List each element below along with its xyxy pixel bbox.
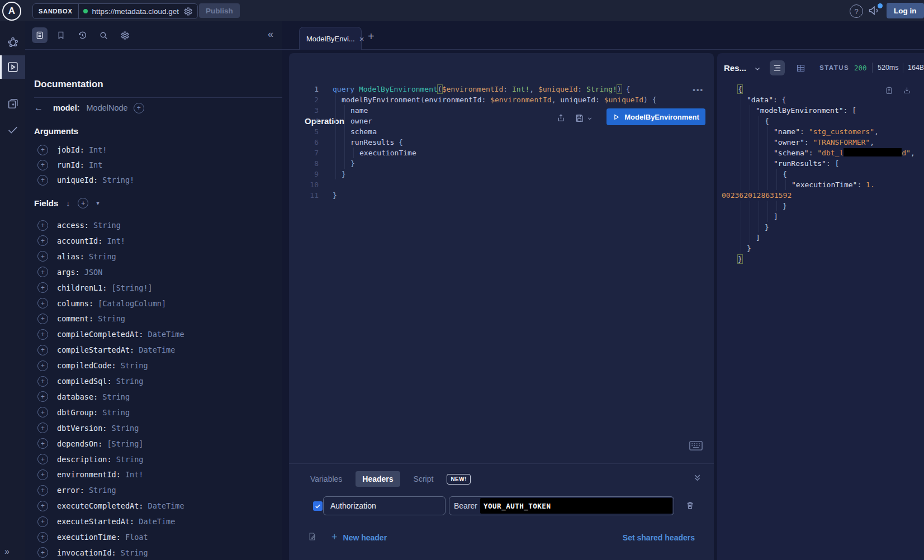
code-content: schema (333, 126, 714, 137)
apollo-sandbox-window: A SANDBOX https://metadata.cloud.get Pub… (0, 0, 924, 560)
indent-guide (741, 201, 741, 211)
add-to-operation-button[interactable]: + (37, 501, 48, 511)
checks-nav-icon[interactable] (0, 118, 25, 141)
sandbox-badge[interactable]: SANDBOX (33, 4, 79, 18)
history-icon[interactable] (74, 27, 90, 43)
field-name: compiledCode: (57, 361, 121, 370)
field-row: +compileStartedAt: DateTime (37, 344, 175, 355)
request-panel-footer: + New header Set shared headers (289, 529, 714, 546)
add-to-operation-button[interactable]: + (37, 532, 48, 543)
expand-rail-icon[interactable]: » (4, 547, 8, 557)
response-dropdown-chevron-icon[interactable] (754, 65, 761, 72)
add-to-operation-button[interactable]: + (37, 298, 48, 309)
code-content: } (333, 169, 714, 179)
add-to-operation-button[interactable]: + (37, 360, 48, 371)
add-to-operation-button[interactable]: + (37, 314, 48, 324)
field-name: args: (57, 268, 84, 277)
delete-header-button[interactable] (685, 500, 695, 510)
add-to-operation-button[interactable]: + (37, 469, 48, 480)
shared-headers-link[interactable]: Set shared headers (623, 533, 695, 542)
arguments-heading: Arguments (34, 126, 78, 136)
field-type: Float (125, 533, 148, 542)
indent-guide (750, 158, 750, 169)
add-to-operation-button[interactable]: + (37, 516, 48, 527)
operation-collections-nav-icon[interactable] (0, 93, 25, 115)
back-arrow-icon[interactable]: ← (34, 103, 48, 113)
documentation-tab-icon[interactable] (32, 27, 48, 43)
line-number: 1 (289, 84, 319, 94)
add-to-operation-button[interactable]: + (37, 251, 48, 262)
add-to-operation-button[interactable]: + (37, 267, 48, 277)
add-to-operation-button[interactable]: + (37, 454, 48, 464)
add-to-operation-button[interactable]: + (37, 391, 48, 402)
collapse-docs-icon[interactable]: « (268, 29, 273, 40)
field-type: [CatalogColumn] (98, 299, 166, 308)
indent-guide (767, 126, 768, 137)
add-to-operation-button[interactable]: + (37, 235, 48, 246)
field-name: environmentId: (57, 470, 125, 479)
field-name: error: (57, 486, 89, 495)
header-value-input[interactable]: Bearer YOUR_AUTH_TOKEN (449, 496, 674, 515)
formatted-view-button[interactable] (770, 60, 785, 75)
add-to-operation-button[interactable]: + (37, 547, 48, 558)
response-json[interactable]: {"data": {"modelByEnvironment": [{"name"… (717, 84, 924, 264)
add-to-operation-button[interactable]: + (37, 485, 48, 496)
field-name: invocationId: (57, 548, 121, 557)
endpoint-settings-gear-icon[interactable] (183, 7, 193, 16)
add-to-operation-button[interactable]: + (37, 407, 48, 417)
sort-fields-icon[interactable]: ↓ (66, 199, 70, 208)
keyboard-shortcuts-icon[interactable] (689, 441, 703, 450)
add-to-operation-button[interactable]: + (37, 376, 48, 387)
add-to-operation-button[interactable]: + (37, 345, 48, 355)
request-tab-variables[interactable]: Variables (305, 471, 348, 487)
json-line: { (717, 169, 924, 179)
code-line: 11} (289, 190, 714, 201)
add-all-fields-button[interactable]: + (78, 198, 88, 208)
add-to-operation-button[interactable]: + (37, 329, 48, 340)
login-button[interactable]: Log in (887, 3, 924, 18)
publish-button[interactable]: Publish (199, 3, 240, 18)
new-header-button[interactable]: + New header (331, 531, 387, 543)
add-to-operation-button[interactable]: + (37, 220, 48, 231)
announcements-megaphone-icon[interactable] (868, 4, 882, 18)
indent-guide (750, 211, 750, 222)
add-to-operation-button[interactable]: + (37, 438, 48, 449)
add-to-operation-button[interactable]: + (37, 145, 48, 155)
tab-title: ModelByEnvi... (306, 35, 355, 43)
breadcrumb-label: model: (53, 103, 80, 112)
field-type: [String!] (112, 283, 153, 292)
breadcrumb-type[interactable]: ModelNode (87, 103, 128, 112)
schema-nav-icon[interactable] (0, 31, 25, 53)
collapse-request-panel-icon[interactable] (693, 473, 702, 482)
table-view-button[interactable] (793, 60, 808, 75)
operation-tab[interactable]: ModelByEnvi... × (299, 27, 362, 50)
explorer-nav-icon[interactable] (0, 55, 25, 79)
request-tab-headers[interactable]: Headers (356, 471, 400, 487)
json-line: "executionTime": 1. (717, 179, 924, 190)
help-icon[interactable]: ? (850, 4, 863, 18)
endpoint-url-field[interactable]: https://metadata.cloud.get (79, 4, 197, 18)
add-type-button[interactable]: + (134, 103, 144, 113)
indent-guide (741, 126, 741, 137)
search-icon[interactable] (96, 27, 111, 43)
add-to-operation-button[interactable]: + (37, 282, 48, 293)
indent-guide (344, 158, 345, 169)
indent-guide (767, 201, 768, 211)
new-tab-button[interactable]: + (368, 30, 375, 43)
settings-gear-icon[interactable] (117, 27, 132, 43)
graphql-editor[interactable]: 1query ModelByEnvironment($environmentId… (289, 84, 714, 201)
add-to-operation-button[interactable]: + (37, 160, 48, 170)
field-name: accountId: (57, 236, 107, 245)
header-name-input[interactable] (323, 496, 446, 515)
edit-document-icon[interactable] (307, 531, 317, 542)
add-to-operation-button[interactable]: + (37, 423, 48, 433)
indent-guide (767, 158, 768, 169)
header-enabled-checkbox[interactable] (313, 501, 323, 511)
bookmark-icon[interactable] (53, 27, 69, 43)
add-to-operation-button[interactable]: + (37, 175, 48, 186)
tab-close-icon[interactable]: × (359, 34, 364, 44)
request-tab-script[interactable]: Script (408, 471, 439, 487)
apollo-logo-icon[interactable]: A (2, 2, 21, 21)
field-row: +accountId: Int! (37, 235, 125, 246)
chevron-down-icon[interactable]: ▾ (96, 200, 99, 207)
